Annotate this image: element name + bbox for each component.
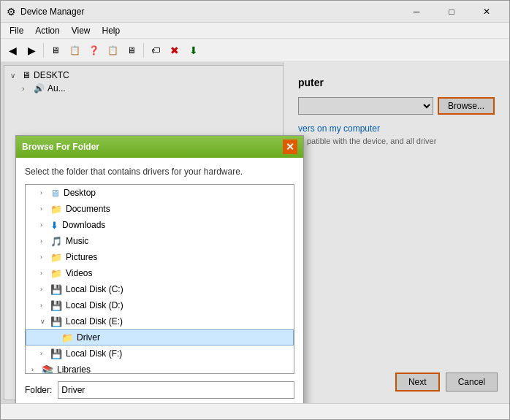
bff-close-button[interactable]: ✕ [283,140,297,154]
bff-item-libraries[interactable]: › 📚 Libraries [26,362,294,374]
status-bar [1,403,509,419]
app-icon: ⚙ [7,6,16,18]
pictures-folder-icon: 📁 [50,252,62,263]
folder-input[interactable] [58,381,294,399]
toolbar-properties[interactable]: 📋 [104,42,121,59]
toolbar-forward[interactable]: ▶ [23,42,40,59]
bff-item-localf[interactable]: › 💾 Local Disk (F:) [26,345,294,362]
videos-folder-icon: 📁 [50,268,62,279]
menu-action[interactable]: Action [29,24,65,37]
localc-label: Local Disk (C:) [66,284,123,294]
downloads-expander: › [40,221,50,229]
bff-item-driver[interactable]: 📁 Driver [26,329,294,345]
toolbar-remove[interactable]: ✖ [166,42,183,59]
libraries-icon: 📚 [42,364,53,375]
window-title: Device Manager [20,7,84,17]
toolbar-list[interactable]: 📋 [66,42,83,59]
localc-icon: 💾 [50,284,62,295]
browse-for-folder-dialog: Browse For Folder ✕ Select the folder th… [15,135,304,403]
videos-label: Videos [66,268,92,278]
bff-item-music[interactable]: › 🎵 Music [26,233,294,249]
desktop-expander: › [40,189,50,196]
downloads-label: Downloads [62,220,105,230]
title-bar-controls: ─ □ ✕ [400,4,503,20]
locald-expander: › [40,302,50,309]
locale-label: Local Disk (E:) [66,316,123,327]
toolbar-tag[interactable]: 🏷 [147,42,164,59]
documents-folder-icon: 📁 [50,204,62,215]
toolbar-display[interactable]: 🖥 [123,42,140,59]
bff-item-documents[interactable]: › 📁 Documents [26,201,294,217]
menu-help[interactable]: Help [96,24,126,37]
music-label: Music [66,236,88,246]
minimize-button[interactable]: ─ [400,4,433,20]
toolbar-help[interactable]: ❓ [85,42,102,59]
driver-folder-icon: 📁 [61,332,73,343]
main-window: ⚙ Device Manager ─ □ ✕ File Action View … [0,0,510,420]
music-expander: › [40,237,50,245]
bff-item-downloads[interactable]: › ⬇ Downloads [26,217,294,233]
maximize-button[interactable]: □ [435,4,468,20]
menu-view[interactable]: View [66,24,96,37]
bff-item-locald[interactable]: › 💾 Local Disk (D:) [26,297,294,313]
bff-item-locale[interactable]: ∨ 💾 Local Disk (E:) [26,313,294,329]
toolbar-sep2 [143,43,144,58]
locale-icon: 💾 [50,316,62,327]
bff-item-videos[interactable]: › 📁 Videos [26,265,294,281]
driver-label: Driver [77,332,100,343]
desktop-label: Desktop [64,188,96,198]
localc-expander: › [40,286,50,293]
localf-icon: 💾 [50,348,62,359]
bff-instruction: Select the folder that contains drivers … [25,167,294,177]
pictures-expander: › [40,253,50,261]
documents-expander: › [40,205,50,213]
videos-expander: › [40,270,50,277]
toolbar-update[interactable]: ⬇ [185,42,202,59]
folder-label: Folder: [25,385,52,395]
bff-titlebar: Browse For Folder ✕ [16,136,303,158]
downloads-folder-icon: ⬇ [50,220,58,231]
localf-label: Local Disk (F:) [66,348,122,359]
toolbar-sep1 [43,43,44,58]
menu-file[interactable]: File [4,24,29,37]
bff-item-desktop[interactable]: › 🖥 Desktop [26,185,294,201]
title-bar-left: ⚙ Device Manager [7,6,84,18]
title-bar: ⚙ Device Manager ─ □ ✕ [1,1,509,23]
locald-icon: 💾 [50,300,62,311]
toolbar-computer[interactable]: 🖥 [47,42,64,59]
content-area: ∨ 🖥 DESKTC › 🔊 Au... puter Browse... ver… [1,62,509,403]
locale-expander: ∨ [40,318,50,325]
bff-folder-tree[interactable]: › 🖥 Desktop › 📁 Documents › ⬇ Downloads [25,184,294,374]
bff-dialog-title: Browse For Folder [22,142,99,152]
desktop-folder-icon: 🖥 [50,188,60,199]
documents-label: Documents [66,204,110,214]
libraries-expander: › [31,366,42,373]
music-folder-icon: 🎵 [50,236,62,247]
bff-body: Select the folder that contains drivers … [16,158,303,403]
localf-expander: › [40,350,50,357]
bff-item-localc[interactable]: › 💾 Local Disk (C:) [26,281,294,297]
menu-bar: File Action View Help [1,23,509,39]
bff-item-pictures[interactable]: › 📁 Pictures [26,249,294,265]
bff-folder-row: Folder: [25,381,294,399]
toolbar: ◀ ▶ 🖥 📋 ❓ 📋 🖥 🏷 ✖ ⬇ [1,39,509,62]
libraries-label: Libraries [57,364,91,374]
close-button[interactable]: ✕ [470,4,503,20]
locald-label: Local Disk (D:) [66,300,123,310]
toolbar-back[interactable]: ◀ [4,42,21,59]
pictures-label: Pictures [66,252,97,262]
